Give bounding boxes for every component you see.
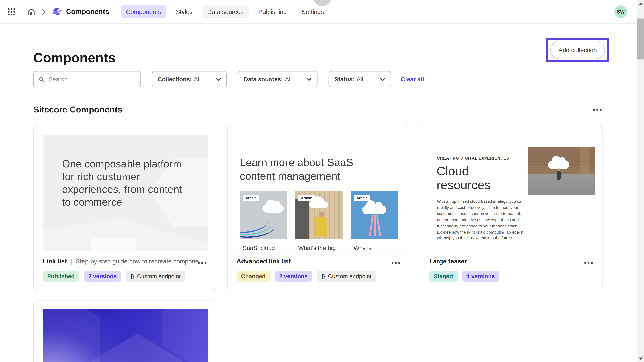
- section-title: Sitecore Components: [33, 105, 122, 115]
- article-thumbnail-2: Article: [295, 191, 342, 239]
- card-menu-button[interactable]: [198, 262, 206, 264]
- status-badge: Published: [43, 271, 79, 282]
- article-caption: What's the big: [298, 245, 348, 251]
- sitecore-logo-icon: [52, 7, 62, 16]
- data-sources-filter-value: All: [285, 76, 292, 83]
- user-avatar[interactable]: SW: [614, 5, 627, 18]
- data-sources-filter[interactable]: Data sources: All: [238, 71, 318, 87]
- tab-data-sources[interactable]: Data sources: [202, 5, 249, 18]
- tab-settings[interactable]: Settings: [296, 5, 329, 18]
- add-collection-button[interactable]: Add collection: [550, 41, 605, 59]
- main-nav: Components Styles Data sources Publishin…: [121, 5, 329, 18]
- braces-icon: {}: [321, 273, 325, 279]
- status-filter[interactable]: Status: All: [328, 71, 391, 87]
- app-switcher-icon[interactable]: [4, 5, 18, 19]
- card-name: Advanced link list: [236, 258, 291, 265]
- preview-heading: Cloud resources: [436, 164, 519, 192]
- clear-all-link[interactable]: Clear all: [401, 76, 424, 83]
- data-sources-filter-label: Data sources:: [244, 76, 283, 83]
- collections-filter[interactable]: Collections: All: [152, 71, 227, 87]
- chevron-down-icon: [380, 77, 385, 81]
- preview-body-text: With an optimized cloud-based strategy, …: [437, 199, 524, 242]
- article-caption: SaaS, cloud: [243, 245, 292, 251]
- preview-photo: [528, 147, 595, 195]
- article-tag-badge: Article: [243, 195, 260, 201]
- card-preview-image: One composable platform for rich custome…: [43, 135, 208, 251]
- status-filter-value: All: [356, 76, 363, 83]
- article-thumbnail-3: Article: [351, 191, 398, 239]
- search-input[interactable]: [48, 75, 136, 83]
- breadcrumb-chevron-icon: [42, 9, 46, 14]
- tab-publishing[interactable]: Publishing: [253, 5, 292, 18]
- preview-eyebrow: CREATING DIGITAL EXPERIENCES: [437, 156, 509, 160]
- page-title: Components: [33, 50, 116, 66]
- status-badge: Staged: [429, 271, 458, 282]
- endpoint-badge-label: Custom endpoint: [328, 273, 372, 280]
- tab-styles[interactable]: Styles: [170, 5, 198, 18]
- sitecore-logo[interactable]: [52, 7, 62, 16]
- search-box[interactable]: [33, 71, 141, 87]
- article-tag-badge: Article: [298, 195, 315, 201]
- card-description: Step-by-step guide how to recreate compo…: [76, 258, 204, 265]
- preview-heading: One composable platform for rich custome…: [62, 158, 185, 208]
- chevron-down-icon: [216, 77, 221, 81]
- components-app: Components Components Styles Data source…: [0, 0, 644, 362]
- endpoint-badge: {}Custom endpoint: [317, 271, 376, 282]
- home-button[interactable]: [24, 5, 38, 19]
- card-menu-button[interactable]: [584, 262, 593, 264]
- grid-dots-icon: [7, 7, 16, 16]
- card-separator: |: [70, 258, 72, 265]
- search-icon: [39, 76, 44, 82]
- versions-badge: 2 versions: [84, 271, 121, 282]
- versions-badge: 4 versions: [462, 271, 500, 282]
- divider: [228, 254, 410, 255]
- add-collection-annotation-box: Add collection: [546, 38, 609, 62]
- preview-heading: Learn more about SaaS content management: [240, 156, 376, 183]
- app-title: Components: [66, 7, 109, 16]
- component-card-link-list[interactable]: One composable platform for rich custome…: [33, 126, 216, 290]
- tab-components[interactable]: Components: [121, 5, 166, 18]
- filter-bar: Collections: All Data sources: All Statu…: [33, 71, 424, 87]
- collections-filter-value: All: [194, 76, 200, 83]
- scrollbar-thumb[interactable]: [637, 18, 644, 60]
- card-menu-button[interactable]: [392, 262, 400, 264]
- card-name: Link list: [43, 258, 67, 265]
- status-filter-label: Status:: [334, 76, 354, 83]
- endpoint-badge-label: Custom endpoint: [137, 273, 180, 280]
- section-menu-button[interactable]: [593, 109, 602, 111]
- scroll-up-arrow[interactable]: [637, 0, 644, 7]
- chevron-down-icon: [306, 77, 312, 81]
- endpoint-badge: {}Custom endpoint: [126, 271, 185, 282]
- scroll-down-arrow[interactable]: [637, 355, 644, 362]
- article-caption: Why is: [354, 245, 403, 251]
- vertical-scrollbar[interactable]: [637, 0, 644, 362]
- card-name: Large teaser: [429, 258, 467, 265]
- versions-badge: 2 versions: [275, 271, 312, 282]
- component-card-large-teaser[interactable]: CREATING DIGITAL EXPERIENCES Cloud resou…: [420, 126, 603, 290]
- article-thumbnail-1: Article: [240, 191, 287, 239]
- collections-filter-label: Collections:: [158, 76, 192, 83]
- component-card-advanced-link-list[interactable]: Learn more about SaaS content management…: [227, 126, 410, 290]
- status-badge: Changed: [236, 271, 270, 282]
- home-icon: [27, 7, 36, 16]
- braces-icon: {}: [130, 273, 134, 279]
- card-preview-image: [43, 309, 208, 362]
- component-card-partial[interactable]: [33, 300, 216, 362]
- article-tag-badge: Article: [354, 195, 370, 201]
